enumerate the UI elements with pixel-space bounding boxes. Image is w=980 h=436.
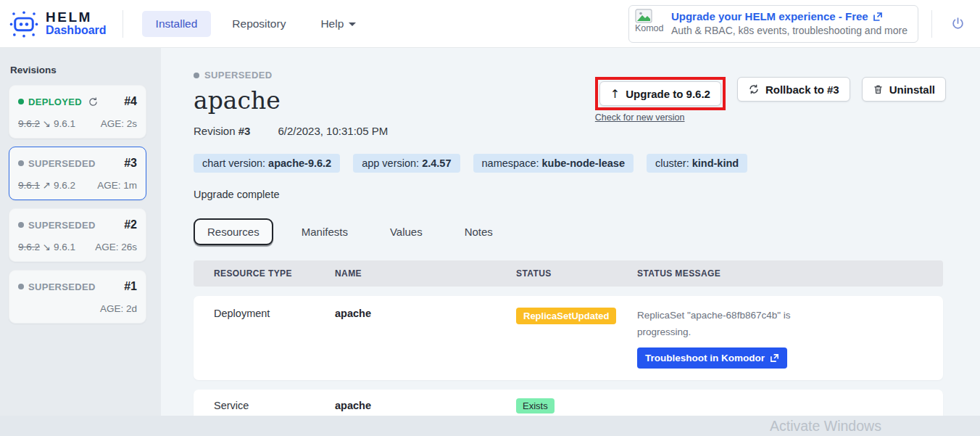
broken-image-icon bbox=[635, 9, 652, 23]
revision-age: AGE: 2s bbox=[101, 118, 137, 129]
red-highlight-annotation: ↑ Upgrade to 9.6.2 bbox=[595, 77, 726, 110]
activate-windows-watermark: Activate Windows bbox=[770, 418, 881, 435]
header-right: Komod Upgrade your HELM experience - Fre… bbox=[628, 5, 970, 43]
power-icon bbox=[950, 16, 966, 31]
resource-type: Service bbox=[214, 400, 335, 411]
uninstall-button[interactable]: Uninstall bbox=[862, 77, 946, 102]
release-actions: ↑ Upgrade to 9.6.2 Check for new version bbox=[595, 77, 946, 137]
upgrade-action-group: ↑ Upgrade to 9.6.2 Check for new version bbox=[595, 77, 726, 123]
status-dot-superseded bbox=[18, 160, 24, 166]
nav-menu-help-label: Help bbox=[320, 17, 344, 30]
nav-tab-installed[interactable]: Installed bbox=[142, 11, 212, 37]
resource-name: apache bbox=[335, 308, 516, 319]
promo-title-text: Upgrade your HELM experience - Free bbox=[671, 9, 868, 24]
logo-subtitle: Dashboard bbox=[46, 25, 107, 37]
table-header-row: RESOURCE TYPE NAME STATUS STATUS MESSAGE bbox=[194, 260, 943, 287]
resource-name: apache bbox=[335, 400, 516, 411]
revision-status: DEPLOYED bbox=[28, 96, 82, 107]
revision-card-1[interactable]: SUPERSEDED #1 AGE: 2d bbox=[9, 270, 146, 324]
nav-tab-repository-label: Repository bbox=[232, 17, 286, 30]
arrow-up-icon: ↑ bbox=[610, 87, 620, 101]
status-badge-exists: Exists bbox=[516, 398, 555, 414]
komodor-broken-image: Komod bbox=[635, 9, 665, 39]
release-meta: Revision #3 6/2/2023, 10:31:05 PM bbox=[194, 125, 595, 137]
arrow-down-icon: ↘ bbox=[43, 118, 51, 129]
chevron-down-icon bbox=[349, 22, 356, 26]
table-row-deployment: Deployment apache ReplicaSetUpdated Repl… bbox=[194, 296, 943, 380]
arrow-up-icon: ↗ bbox=[43, 179, 51, 191]
promo-title-link[interactable]: Upgrade your HELM experience - Free bbox=[671, 9, 908, 24]
nav-tab-repository[interactable]: Repository bbox=[218, 11, 299, 37]
revisions-title: Revisions bbox=[10, 65, 146, 75]
shutdown-button[interactable] bbox=[945, 12, 970, 36]
redeploy-icon[interactable] bbox=[88, 96, 99, 107]
revision-status: SUPERSEDED bbox=[28, 281, 96, 292]
version-change: 9.6.1 ↗ 9.6.2 bbox=[18, 179, 75, 191]
revisions-sidebar: Revisions DEPLOYED #4 9.6.2 ↘ 9.6.1 AGE:… bbox=[0, 48, 161, 436]
revision-number: #1 bbox=[124, 280, 137, 293]
status-cell: ReplicaSetUpdated bbox=[516, 308, 637, 324]
revision-age: AGE: 1m bbox=[97, 180, 137, 191]
header-divider-2 bbox=[931, 10, 932, 38]
revision-card-3-selected[interactable]: SUPERSEDED #3 9.6.1 ↗ 9.6.2 AGE: 1m bbox=[9, 147, 146, 200]
logo-title: HELM bbox=[46, 10, 107, 25]
release-title: apache bbox=[194, 86, 595, 115]
body-row: Revisions DEPLOYED #4 9.6.2 ↘ 9.6.1 AGE:… bbox=[0, 48, 980, 416]
tab-manifests[interactable]: Manifests bbox=[288, 218, 362, 245]
status-dot bbox=[194, 73, 199, 78]
troubleshoot-button-label: Troubleshoot in Komodor bbox=[645, 353, 765, 363]
revision-number: #2 bbox=[124, 218, 137, 231]
troubleshoot-komodor-button[interactable]: Troubleshoot in Komodor bbox=[637, 347, 787, 369]
top-header: HELM Dashboard Installed Repository Help… bbox=[0, 0, 980, 48]
col-resource-type: RESOURCE TYPE bbox=[214, 268, 335, 279]
revision-status: SUPERSEDED bbox=[28, 220, 96, 231]
uninstall-button-label: Uninstall bbox=[889, 83, 935, 96]
release-status-text: SUPERSEDED bbox=[204, 70, 273, 81]
nav-menu-help[interactable]: Help bbox=[307, 11, 370, 37]
revision-number: #4 bbox=[124, 95, 137, 108]
resources-table: RESOURCE TYPE NAME STATUS STATUS MESSAGE… bbox=[194, 260, 943, 422]
chart-version-chip: chart version: apache-9.6.2 bbox=[194, 154, 340, 173]
external-link-icon bbox=[770, 353, 779, 363]
promo-text: Upgrade your HELM experience - Free Auth… bbox=[671, 9, 908, 38]
check-new-version-link[interactable]: Check for new version bbox=[595, 112, 685, 123]
release-date: 6/2/2023, 10:31:05 PM bbox=[278, 125, 388, 137]
release-detail-panel: SUPERSEDED apache Revision #3 6/2/2023, … bbox=[161, 48, 980, 416]
cluster-chip: cluster: kind-kind bbox=[647, 154, 747, 173]
release-status-badge: SUPERSEDED bbox=[194, 70, 595, 81]
upgrade-button[interactable]: ↑ Upgrade to 9.6.2 bbox=[599, 81, 721, 106]
main-nav: Installed Repository Help bbox=[142, 11, 370, 37]
revision-card-2[interactable]: SUPERSEDED #2 9.6.2 ↘ 9.6.1 AGE: 26s bbox=[9, 208, 146, 262]
tab-notes[interactable]: Notes bbox=[451, 218, 507, 245]
helm-dashboard-logo[interactable]: HELM Dashboard bbox=[9, 8, 107, 40]
tab-resources[interactable]: Resources bbox=[194, 218, 273, 245]
status-cell: Exists bbox=[516, 398, 637, 414]
rollback-icon bbox=[748, 83, 760, 95]
app-version-chip: app version: 2.4.57 bbox=[353, 154, 460, 173]
komodor-promo-banner[interactable]: Komod Upgrade your HELM experience - Fre… bbox=[628, 5, 918, 43]
revision-age: AGE: 2d bbox=[100, 303, 137, 314]
komodor-image-alt-text: Komod bbox=[635, 23, 664, 33]
status-badge-replicasetupdated: ReplicaSetUpdated bbox=[516, 308, 616, 324]
release-description: Upgrade complete bbox=[194, 189, 946, 200]
helm-logo-icon bbox=[9, 8, 39, 40]
rollback-button-label: Rollback to #3 bbox=[765, 83, 839, 96]
tab-values[interactable]: Values bbox=[376, 218, 436, 245]
rollback-button[interactable]: Rollback to #3 bbox=[737, 77, 850, 102]
status-message-cell: ReplicaSet "apache-68fb867c4b" is progre… bbox=[637, 308, 943, 369]
col-status-message: STATUS MESSAGE bbox=[637, 268, 943, 279]
helm-dashboard-app: HELM Dashboard Installed Repository Help… bbox=[0, 0, 980, 436]
revision-status: SUPERSEDED bbox=[28, 158, 96, 169]
resource-type: Deployment bbox=[214, 308, 335, 319]
version-change: 9.6.2 ↘ 9.6.1 bbox=[18, 118, 75, 129]
revision-card-4[interactable]: DEPLOYED #4 9.6.2 ↘ 9.6.1 AGE: 2s bbox=[9, 85, 146, 139]
revision-label: Revision #3 bbox=[194, 125, 250, 137]
release-info-chips: chart version: apache-9.6.2 app version:… bbox=[194, 154, 946, 173]
revision-number: #3 bbox=[124, 157, 137, 170]
logo-text: HELM Dashboard bbox=[46, 10, 107, 37]
trash-icon bbox=[873, 83, 884, 95]
nav-tab-installed-label: Installed bbox=[156, 17, 198, 30]
status-dot-deployed bbox=[18, 99, 24, 104]
version-change: 9.6.2 ↘ 9.6.1 bbox=[18, 241, 75, 252]
status-dot-superseded bbox=[18, 284, 24, 289]
